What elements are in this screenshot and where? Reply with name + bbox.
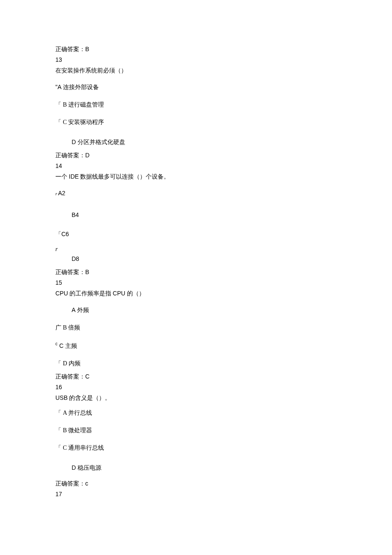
q13-option-c-prefix: 「 C [55,119,67,125]
q13-option-d: D 分区并格式化硬盘 [55,138,337,147]
q12-answer: 正确答案：B [55,45,337,54]
q15-answer-value: C [85,373,89,380]
q16-option-b: 「 B 微处理器 [55,426,337,435]
q15-option-d-prefix: 「 D [55,360,67,367]
q16-option-a-prefix: 「 A [55,410,67,416]
q14-option-a-label: A2 [58,190,65,197]
q15-option-a-text: 外频 [75,307,89,313]
q16-option-d-prefix: D [72,464,76,471]
q16-option-d: D 稳压电源 [55,463,337,472]
q14-text-p1: 一个 [55,173,69,180]
q14-answer-label: 正确答案： [55,269,85,275]
q17-number: 17 [55,490,337,499]
q13-option-d-text: 分区并格式化硬盘 [76,139,125,145]
q14-option-a: rA2 [55,189,337,198]
q16-text-p1: 的含义是（）。 [68,395,111,401]
q13-option-a-prefix: "A [55,84,61,90]
q15-text-p1: 的工作频率是指 [68,290,113,297]
q15-option-b-prefix: 广 B [55,324,67,331]
q16-option-c: 「 C 通用串行总线 [55,443,337,452]
q15-text-cpu2: CPU [113,290,126,297]
q13-option-d-prefix: D [72,139,76,145]
q15-option-a-prefix: A [72,306,75,313]
q14-text: 一个 IDE 数据线最多可以连接（）个设备。 [55,172,337,181]
q12-answer-label: 正确答案： [55,46,85,52]
q16-number: 16 [55,383,337,392]
q16-option-a-text: 并行总线 [67,410,92,416]
q14-option-d: D8 [55,254,337,263]
q13-number: 13 [55,55,337,64]
q15-text-cpu1: CPU [55,290,68,297]
q12-answer-value: B [85,46,89,52]
q16-answer-label: 正确答案： [55,480,85,487]
q15-option-b: 广 B 倍频 [55,323,337,332]
q14-option-a-prefix: r [55,191,57,196]
q13-option-b-prefix: 「 B [55,101,67,108]
q15-option-d: 「 D 内频 [55,359,337,368]
q14-answer-value: B [85,269,89,275]
q15-option-b-text: 倍频 [67,324,81,331]
q15-option-c: c C 主频 [55,341,337,350]
q16-text-usb: USB [55,394,68,401]
q16-option-c-prefix: 「 C [55,445,67,451]
q13-option-b-text: 进行磁盘管理 [67,101,104,108]
q13-option-c: 「 C 安装驱动程序 [55,118,337,127]
q14-option-d-label: D8 [72,255,79,262]
q15-text-p2: 的（） [125,290,145,297]
q14-option-b: B4 [55,211,337,220]
q14-number: 14 [55,162,337,171]
q14-option-b-label: B4 [72,211,79,218]
q16-option-b-text: 微处理器 [67,427,92,434]
q16-text: USB 的含义是（）。 [55,393,337,402]
q16-option-d-text: 稳压电源 [76,465,101,471]
q15-answer-label: 正确答案： [55,373,85,380]
q14-option-c-label: C6 [61,231,69,237]
q15-text: CPU 的工作频率是指 CPU 的（） [55,289,337,298]
q14-text-p2: 数据线最多可以连接（）个设备。 [79,173,170,180]
q14-option-c-prefix: 「 [55,231,61,237]
q16-option-c-text: 通用串行总线 [67,445,104,451]
q13-option-b: 「 B 进行磁盘管理 [55,100,337,109]
q16-answer: 正确答案：c [55,479,337,488]
q16-answer-value: c [85,480,88,487]
q14-r-marker: r [55,245,337,254]
q14-text-ide: IDE [69,173,79,180]
q13-text: 在安装操作系统前必须（） [55,66,337,75]
q15-option-c-text: 主频 [63,343,77,349]
q16-option-b-prefix: 「 B [55,427,67,434]
q15-answer: 正确答案：C [55,372,337,381]
q13-option-c-text: 安装驱动程序 [67,119,104,125]
q13-answer: 正确答案：D [55,151,337,160]
q15-option-d-text: 内频 [67,360,81,367]
q14-option-c: 「C6 [55,230,337,239]
q14-answer: 正确答案：B [55,268,337,277]
q16-option-a: 「 A 并行总线 [55,408,337,417]
q13-answer-value: D [85,152,89,159]
q15-number: 15 [55,278,337,287]
q15-option-c-prefix: C [58,342,63,349]
q13-option-a: "A 连接外部设备 [55,83,337,92]
q15-option-a: A 外频 [55,306,337,315]
q13-option-a-text: 连接外部设备 [61,84,99,90]
q13-answer-label: 正确答案： [55,152,85,159]
